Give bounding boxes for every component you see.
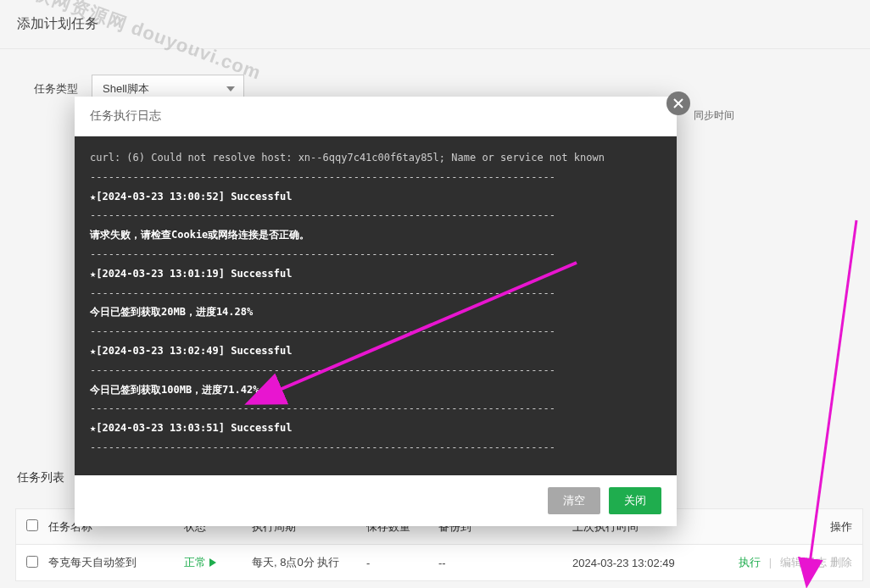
task-keep: - [366, 557, 438, 569]
sync-time-label: 同步时间 [694, 108, 734, 123]
task-name: 夸克每天自动签到 [48, 555, 184, 570]
task-list-header: 任务列表 [17, 470, 64, 485]
task-backup: -- [438, 557, 572, 569]
select-all-checkbox[interactable] [26, 519, 38, 531]
col-header-ops: 操作 [730, 519, 862, 535]
chevron-down-icon [226, 86, 235, 92]
clear-button[interactable]: 清空 [548, 487, 600, 514]
log-modal: 任务执行日志 curl: (6) Could not resolve host:… [75, 97, 677, 526]
execute-link[interactable]: 执行 [739, 556, 761, 569]
page-title: 添加计划任务 [0, 0, 870, 49]
close-icon[interactable] [666, 92, 690, 115]
other-ops[interactable]: 编辑 日志 删除 [780, 556, 852, 569]
task-lasttime: 2024-03-23 13:02:49 [572, 557, 730, 569]
task-type-value: Shell脚本 [103, 81, 149, 97]
close-button[interactable]: 关闭 [609, 487, 661, 514]
status-badge: 正常 [184, 555, 216, 570]
modal-title: 任务执行日志 [75, 97, 677, 136]
task-cycle: 每天, 8点0分 执行 [252, 555, 366, 570]
log-output[interactable]: curl: (6) Could not resolve host: xn--6q… [75, 136, 677, 475]
task-type-label: 任务类型 [34, 81, 78, 97]
modal-footer: 清空 关闭 [75, 475, 677, 526]
table-row: 夸克每天自动签到 正常 每天, 8点0分 执行 - -- 2024-03-23 … [16, 545, 862, 580]
play-icon [209, 558, 216, 567]
status-text: 正常 [184, 555, 206, 570]
op-separator: | [769, 556, 772, 569]
row-checkbox[interactable] [26, 556, 38, 568]
